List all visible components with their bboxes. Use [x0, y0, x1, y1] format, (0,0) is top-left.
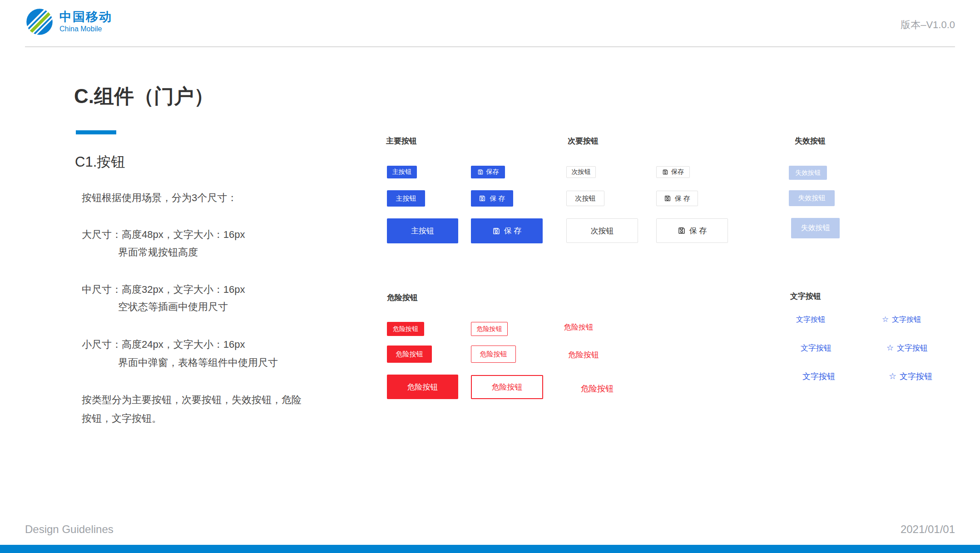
text-button-large[interactable]: 文字按钮 [802, 371, 835, 382]
primary-button-small[interactable]: 主按钮 [387, 166, 417, 178]
danger-outline-button-label: 危险按钮 [477, 325, 502, 333]
text-button-label: 文字按钮 [897, 343, 928, 353]
primary-save-button-large[interactable]: 保 存 [471, 218, 543, 243]
danger-button-small[interactable]: 危险按钮 [387, 322, 424, 336]
danger-outline-button-label: 危险按钮 [480, 350, 507, 359]
save-icon [662, 169, 668, 175]
star-icon: ☆ [882, 316, 889, 324]
footer-bar [0, 545, 980, 553]
logo-title: 中国移动 [59, 10, 112, 24]
size-small-desc: 界面中弹窗，表格等组件中使用尺寸 [118, 356, 278, 370]
text-button-star-large[interactable]: ☆ 文字按钮 [889, 371, 932, 382]
size-large-desc: 界面常规按钮高度 [118, 246, 198, 259]
secondary-button-label: 次按钮 [575, 194, 596, 203]
size-small-label: 小尺寸：高度24px，文字大小：16px [82, 338, 245, 351]
footer-date: 2021/01/01 [901, 523, 955, 536]
save-icon [664, 195, 671, 202]
danger-button-medium[interactable]: 危险按钮 [387, 346, 432, 363]
china-mobile-logo-icon [25, 7, 54, 36]
title-accent-bar [76, 130, 116, 134]
secondary-button-large[interactable]: 次按钮 [566, 218, 638, 243]
primary-button-medium[interactable]: 主按钮 [387, 190, 425, 207]
star-icon: ☆ [889, 372, 896, 381]
save-icon [492, 227, 500, 235]
secondary-button-label: 次按钮 [591, 226, 614, 236]
disabled-button-label: 失效按钮 [798, 194, 826, 202]
text-group-title: 文字按钮 [790, 291, 821, 301]
primary-save-button-medium[interactable]: 保 存 [471, 190, 513, 207]
footer-label: Design Guidelines [25, 523, 114, 536]
primary-save-label: 保 存 [504, 226, 522, 236]
size-medium-label: 中尺寸：高度32px，文字大小：16px [82, 283, 245, 296]
text-button-small[interactable]: 文字按钮 [796, 315, 825, 325]
primary-button-label: 主按钮 [392, 168, 411, 176]
text-button-label: 文字按钮 [802, 371, 835, 382]
text-button-star-small[interactable]: ☆ 文字按钮 [882, 315, 921, 325]
secondary-save-button-medium[interactable]: 保 存 [656, 191, 698, 206]
version-label: 版本–V1.0.0 [901, 18, 955, 32]
page-title: C.组件（门户） [74, 83, 214, 110]
type-note: 按类型分为主要按钮，次要按钮，失效按钮，危险按钮，文字按钮。 [82, 390, 309, 428]
size-large-label: 大尺寸：高度48px，文字大小：16px [82, 228, 245, 242]
secondary-save-label: 保 存 [689, 226, 707, 236]
disabled-group-title: 失效按钮 [795, 136, 826, 146]
save-icon [479, 195, 486, 202]
danger-text-button-large[interactable]: 危险按钮 [581, 383, 614, 394]
primary-save-button-small[interactable]: 保存 [471, 166, 505, 178]
star-icon: ☆ [886, 344, 894, 352]
text-button-medium[interactable]: 文字按钮 [801, 343, 832, 353]
secondary-save-label: 保 存 [675, 194, 690, 203]
save-icon [477, 169, 484, 175]
danger-group-title: 危险按钮 [387, 292, 418, 303]
china-mobile-logo: 中国移动 China Mobile [25, 7, 112, 36]
header-divider [25, 46, 955, 47]
secondary-save-button-small[interactable]: 保存 [656, 166, 690, 178]
primary-save-label: 保存 [486, 168, 499, 176]
text-button-label: 文字按钮 [801, 343, 832, 353]
logo-text: 中国移动 China Mobile [59, 10, 112, 33]
design-guidelines-page: 中国移动 China Mobile 版本–V1.0.0 C.组件（门户） C1.… [0, 0, 980, 553]
save-icon [678, 227, 686, 235]
disabled-button-label: 失效按钮 [801, 223, 830, 233]
secondary-button-label: 次按钮 [572, 168, 591, 176]
danger-button-label: 危险按钮 [407, 382, 438, 392]
danger-button-label: 危险按钮 [393, 325, 418, 333]
disabled-button-large[interactable]: 失效按钮 [791, 218, 840, 238]
danger-outline-button-label: 危险按钮 [492, 382, 523, 392]
primary-button-label: 主按钮 [396, 194, 416, 203]
danger-outline-button-medium[interactable]: 危险按钮 [471, 346, 516, 363]
danger-button-label: 危险按钮 [396, 350, 423, 359]
danger-button-large[interactable]: 危险按钮 [387, 375, 458, 399]
primary-button-large[interactable]: 主按钮 [387, 218, 458, 243]
secondary-group-title: 次要按钮 [568, 136, 599, 146]
danger-text-button-medium[interactable]: 危险按钮 [568, 350, 599, 360]
text-button-label: 文字按钮 [892, 315, 921, 325]
text-button-label: 文字按钮 [796, 315, 825, 325]
text-button-label: 文字按钮 [900, 371, 932, 382]
intro-text: 按钮根据使用场景，分为3个尺寸： [82, 191, 237, 205]
danger-outline-button-large[interactable]: 危险按钮 [471, 375, 543, 399]
secondary-save-label: 保存 [671, 168, 684, 176]
secondary-save-button-large[interactable]: 保 存 [656, 218, 728, 243]
size-medium-desc: 空状态等插画中使用尺寸 [118, 300, 228, 314]
logo-subtitle: China Mobile [59, 25, 112, 33]
disabled-button-small[interactable]: 失效按钮 [789, 166, 827, 180]
text-button-star-medium[interactable]: ☆ 文字按钮 [886, 343, 928, 353]
secondary-button-medium[interactable]: 次按钮 [566, 191, 604, 206]
disabled-button-label: 失效按钮 [795, 169, 821, 177]
danger-text-button-small[interactable]: 危险按钮 [564, 323, 593, 332]
section-heading: C1.按钮 [75, 153, 125, 172]
primary-group-title: 主要按钮 [386, 136, 417, 146]
secondary-button-small[interactable]: 次按钮 [566, 166, 596, 178]
danger-outline-button-small[interactable]: 危险按钮 [471, 322, 508, 336]
primary-save-label: 保 存 [490, 194, 505, 203]
disabled-button-medium[interactable]: 失效按钮 [789, 190, 835, 206]
primary-button-label: 主按钮 [411, 226, 434, 236]
